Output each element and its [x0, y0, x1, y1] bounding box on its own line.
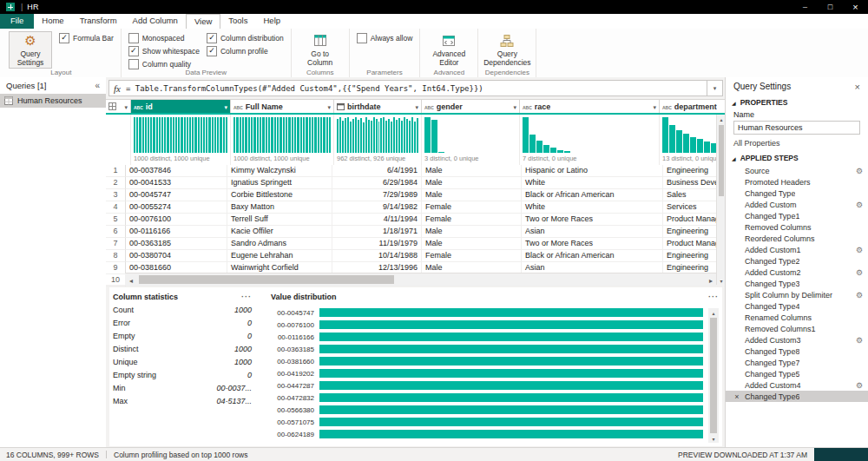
value-distribution-scrollbar[interactable]: [708, 308, 719, 443]
applied-step[interactable]: Changed Type3: [726, 278, 868, 289]
applied-step[interactable]: Changed Type8: [726, 346, 868, 357]
column-header-gender[interactable]: gender: [422, 100, 520, 113]
table-cell[interactable]: 6/29/1984: [332, 177, 422, 189]
tab-home[interactable]: Home: [34, 14, 71, 29]
table-cell[interactable]: 00-0380704: [126, 250, 227, 262]
row-number[interactable]: 10: [106, 274, 126, 286]
date-type-icon[interactable]: [337, 102, 345, 110]
table-cell[interactable]: White: [522, 177, 663, 189]
value-bar[interactable]: [319, 369, 703, 378]
table-cell[interactable]: 6/4/1991: [332, 165, 422, 177]
query-settings-button[interactable]: Query Settings: [9, 31, 52, 69]
table-cell[interactable]: Female: [422, 250, 522, 262]
table-cell[interactable]: Male: [422, 226, 522, 238]
gear-icon[interactable]: [856, 246, 863, 254]
formula-bar-checkbox[interactable]: Formula Bar: [59, 33, 114, 43]
applied-steps-section-header[interactable]: APPLIED STEPS: [726, 151, 868, 164]
filter-dropdown-icon[interactable]: [224, 102, 227, 111]
tab-file[interactable]: File: [0, 14, 34, 29]
table-cell[interactable]: Kacie Offiler: [227, 226, 332, 238]
histogram-bars[interactable]: [337, 117, 418, 153]
value-bar[interactable]: [319, 393, 703, 402]
more-options-icon[interactable]: [708, 293, 719, 301]
maximize-button[interactable]: [818, 0, 843, 14]
table-cell[interactable]: Sandro Admans: [227, 238, 332, 250]
formula-expand-button[interactable]: [707, 80, 723, 96]
scroll-left-icon[interactable]: [125, 275, 137, 285]
table-cell[interactable]: Asian: [522, 226, 663, 238]
text-type-icon[interactable]: [134, 102, 143, 111]
applied-step[interactable]: Changed Type4: [726, 300, 868, 312]
applied-step[interactable]: Removed Columns: [726, 221, 868, 233]
table-cell[interactable]: 4/11/1994: [332, 214, 422, 226]
tab-transform[interactable]: Transform: [72, 14, 125, 29]
text-type-icon[interactable]: [233, 102, 243, 111]
horizontal-scrollbar[interactable]: [125, 273, 717, 286]
column-distribution-checkbox[interactable]: Column distribution: [207, 33, 284, 43]
applied-step[interactable]: Changed Type: [726, 188, 868, 199]
table-cell[interactable]: Male: [422, 189, 522, 201]
column-quality-checkbox[interactable]: Column quality: [128, 59, 200, 69]
table-cell[interactable]: Ignatius Springett: [227, 177, 332, 189]
collapse-panel-icon[interactable]: [95, 81, 100, 90]
applied-step[interactable]: Added Custom4: [726, 379, 868, 391]
query-dependencies-button[interactable]: Query Dependencies: [485, 31, 529, 69]
query-name-input[interactable]: [733, 121, 860, 135]
table-cell[interactable]: Male: [422, 238, 522, 250]
applied-step[interactable]: Added Custom3: [726, 334, 868, 346]
row-number[interactable]: 2: [106, 177, 126, 189]
applied-step[interactable]: Promoted Headers: [726, 176, 868, 188]
row-number[interactable]: 4: [106, 201, 126, 214]
text-type-icon[interactable]: [523, 102, 532, 111]
go-to-column-button[interactable]: Go to Column: [299, 31, 342, 69]
delete-step-icon[interactable]: [729, 392, 745, 401]
monospaced-checkbox[interactable]: Monospaced: [128, 33, 200, 43]
table-cell[interactable]: 00-0037846: [126, 165, 227, 177]
value-bar[interactable]: [319, 308, 703, 317]
table-cell[interactable]: 00-0055274: [126, 201, 227, 214]
always-allow-checkbox[interactable]: Always allow: [357, 33, 413, 43]
minimize-button[interactable]: [792, 0, 818, 14]
select-all-corner[interactable]: [106, 100, 131, 113]
formula-text[interactable]: = Table.TransformColumnTypes(#"Added Cus…: [126, 84, 483, 93]
histogram-bars[interactable]: [523, 117, 656, 153]
close-window-button[interactable]: [843, 0, 868, 14]
table-cell[interactable]: 00-0076100: [126, 214, 227, 226]
value-bar[interactable]: [319, 381, 703, 390]
applied-step[interactable]: Changed Type5: [726, 368, 868, 379]
applied-step[interactable]: Changed Type1: [726, 210, 868, 221]
table-cell[interactable]: 00-0116166: [126, 226, 227, 238]
histogram-bars[interactable]: [233, 117, 331, 153]
filter-dropdown-icon[interactable]: [415, 102, 418, 111]
row-number[interactable]: 1: [106, 165, 126, 177]
value-bar[interactable]: [319, 320, 703, 329]
table-cell[interactable]: Female: [422, 201, 522, 214]
table-cell[interactable]: Hispanic or Latino: [522, 165, 663, 177]
table-cell[interactable]: 9/14/1982: [332, 201, 422, 214]
table-cell[interactable]: Kimmy Walczynski: [227, 165, 332, 177]
table-cell[interactable]: Male: [422, 165, 522, 177]
row-number[interactable]: 7: [106, 238, 126, 250]
scrollbar-thumb[interactable]: [719, 125, 724, 196]
scrollbar-thumb[interactable]: [139, 275, 394, 284]
gear-icon[interactable]: [856, 268, 863, 277]
table-cell[interactable]: Two or More Races: [522, 238, 663, 250]
histogram-bars[interactable]: [134, 117, 227, 153]
table-cell[interactable]: 7/29/1989: [332, 189, 422, 201]
column-header-birthdate[interactable]: birthdate: [334, 100, 422, 113]
value-bar[interactable]: [319, 418, 703, 426]
value-bar[interactable]: [319, 333, 703, 341]
table-cell[interactable]: Female: [422, 214, 522, 226]
row-number[interactable]: 6: [106, 226, 126, 238]
tab-help[interactable]: Help: [255, 14, 288, 29]
properties-section-header[interactable]: PROPERTIES: [726, 95, 868, 109]
applied-step[interactable]: Removed Columns1: [726, 323, 868, 334]
table-cell[interactable]: 11/19/1979: [332, 238, 422, 250]
tab-view[interactable]: View: [186, 14, 220, 30]
applied-step[interactable]: Reordered Columns: [726, 233, 868, 244]
tab-add-column[interactable]: Add Column: [125, 14, 186, 29]
show-whitespace-checkbox[interactable]: Show whitespace: [128, 46, 200, 56]
value-bar[interactable]: [319, 430, 703, 438]
table-cell[interactable]: Baxy Matton: [227, 201, 332, 214]
gear-icon[interactable]: [856, 381, 863, 390]
